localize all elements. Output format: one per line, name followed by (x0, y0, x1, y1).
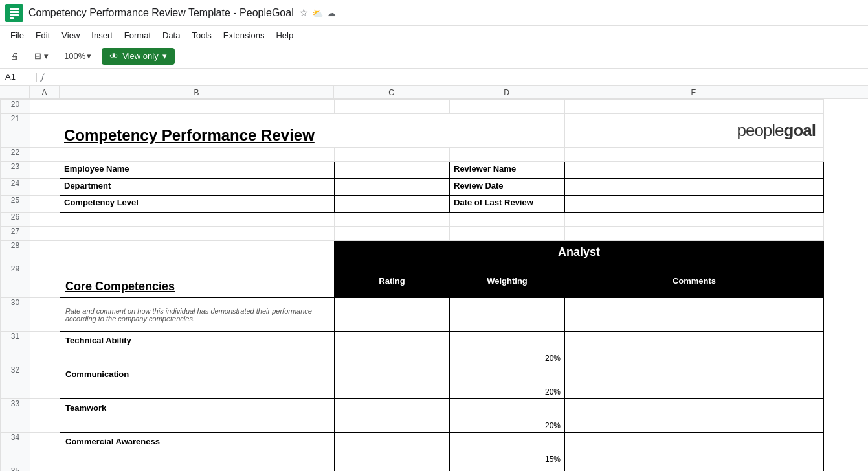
cell-a30[interactable] (30, 298, 60, 332)
cell-c35-rating[interactable] (335, 466, 450, 472)
row-num-24: 24 (1, 179, 30, 196)
cell-c34-rating[interactable] (335, 433, 450, 466)
cell-d27[interactable] (450, 227, 565, 241)
cloud-icon: ☁ (327, 8, 336, 18)
col-header-b: B (60, 86, 334, 99)
cell-e31-comments[interactable] (565, 332, 824, 365)
cell-a23[interactable] (30, 162, 60, 179)
view-only-arrow: ▾ (162, 51, 167, 61)
menu-help[interactable]: Help (271, 29, 298, 41)
cell-a25[interactable] (30, 196, 60, 213)
cell-e20[interactable] (565, 100, 824, 114)
menu-insert[interactable]: Insert (86, 29, 118, 41)
cell-a31[interactable] (30, 332, 60, 365)
table-row: 26 (1, 213, 824, 227)
svg-rect-4 (10, 17, 14, 19)
menu-extensions[interactable]: Extensions (218, 29, 270, 41)
row-num-20: 20 (1, 100, 30, 114)
menu-view[interactable]: View (56, 29, 85, 41)
formula-separator: | (35, 71, 38, 83)
filter-button[interactable]: ⊟ ▾ (29, 49, 54, 63)
competency-3-weighting: 15% (545, 455, 561, 464)
cell-e30[interactable] (565, 298, 824, 332)
cell-e26[interactable] (565, 213, 824, 227)
cell-e21-logo: peoplegoal (565, 114, 824, 148)
cell-c23-emp-value[interactable] (335, 162, 450, 179)
cell-b26[interactable] (60, 213, 335, 227)
document-title[interactable]: Competency Performance Review Template -… (28, 7, 294, 19)
cell-c20[interactable] (335, 100, 450, 114)
view-only-label: View only (122, 51, 158, 61)
cell-c22[interactable] (335, 148, 450, 162)
cell-a28[interactable] (30, 241, 60, 264)
formula-bar: A1 | 𝑓 (0, 69, 868, 86)
cell-e34-comments[interactable] (565, 433, 824, 466)
competency-0-name: Technical Ability (65, 336, 131, 345)
cell-a29[interactable] (30, 264, 60, 298)
cell-a26[interactable] (30, 213, 60, 227)
spreadsheet-table: 20 21 Competency Performance Review peop… (0, 99, 824, 471)
section-title: Core Competencies (65, 280, 175, 293)
cell-e24-revdate-value[interactable] (565, 179, 824, 196)
cell-e23-rev-value[interactable] (565, 162, 824, 179)
competency-2-name: Teamwork (65, 403, 106, 413)
menu-tools[interactable]: Tools (186, 29, 216, 41)
cell-b22[interactable] (60, 148, 335, 162)
cell-a21[interactable] (30, 114, 60, 148)
cell-d22[interactable] (450, 148, 565, 162)
cell-d26[interactable] (450, 213, 565, 227)
cell-a22[interactable] (30, 148, 60, 162)
cell-c32-rating[interactable] (335, 365, 450, 399)
cell-a34[interactable] (30, 433, 60, 466)
cell-b20[interactable] (60, 100, 335, 114)
menu-data[interactable]: Data (157, 29, 185, 41)
cell-e25-lastreview-value[interactable] (565, 196, 824, 213)
view-only-button[interactable]: 👁 View only ▾ (102, 48, 174, 65)
row-num-35: 35 (1, 466, 30, 472)
zoom-button[interactable]: 100% ▾ (59, 49, 96, 63)
cell-c33-rating[interactable] (335, 399, 450, 433)
cell-c27[interactable] (335, 227, 450, 241)
cell-a20[interactable] (30, 100, 60, 114)
cell-b28-section-title: Core Competencies (60, 241, 335, 298)
cell-e22[interactable] (565, 148, 824, 162)
cell-c25-complevel-value[interactable] (335, 196, 450, 213)
cell-c31-rating[interactable] (335, 332, 450, 365)
cell-d24-revdate-label: Review Date (450, 179, 565, 196)
cell-e33-comments[interactable] (565, 399, 824, 433)
cell-c24-dept-value[interactable] (335, 179, 450, 196)
cell-a33[interactable] (30, 399, 60, 433)
row-num-23: 23 (1, 162, 30, 179)
cell-d30[interactable] (450, 298, 565, 332)
cell-d20[interactable] (450, 100, 565, 114)
cell-c30[interactable] (335, 298, 450, 332)
cell-e32-comments[interactable] (565, 365, 824, 399)
cell-a32[interactable] (30, 365, 60, 399)
analyst-label: Analyst (558, 246, 600, 258)
print-button[interactable]: 🖨 (5, 49, 24, 63)
formula-input[interactable] (48, 72, 863, 82)
table-row: 32 Communication 20% (1, 365, 824, 399)
cloud-sync-icon: ⛅ (312, 8, 323, 18)
cell-a24[interactable] (30, 179, 60, 196)
menu-file[interactable]: File (5, 29, 29, 41)
col-header-e: E (564, 86, 823, 99)
cell-b34-comm-aware: Commercial Awareness (60, 433, 335, 466)
cell-b31-tech: Technical Ability (60, 332, 335, 365)
cell-reference[interactable]: A1 (5, 72, 31, 82)
menu-edit[interactable]: Edit (30, 29, 55, 41)
filter-icon: ⊟ (34, 51, 41, 61)
row-num-29: 29 (1, 264, 30, 298)
cell-b27[interactable] (60, 227, 335, 241)
cell-e35-comments[interactable] (565, 466, 824, 472)
cell-c26[interactable] (335, 213, 450, 227)
competency-3-name: Commercial Awareness (65, 437, 160, 446)
cell-a27[interactable] (30, 227, 60, 241)
star-icon[interactable]: ☆ (299, 6, 308, 19)
row-num-28: 28 (1, 241, 30, 264)
cell-b21-title[interactable]: Competency Performance Review (60, 114, 565, 148)
cell-e27[interactable] (565, 227, 824, 241)
menu-format[interactable]: Format (119, 29, 156, 41)
weighting-header: Weighting (487, 276, 528, 286)
cell-a35[interactable] (30, 466, 60, 472)
